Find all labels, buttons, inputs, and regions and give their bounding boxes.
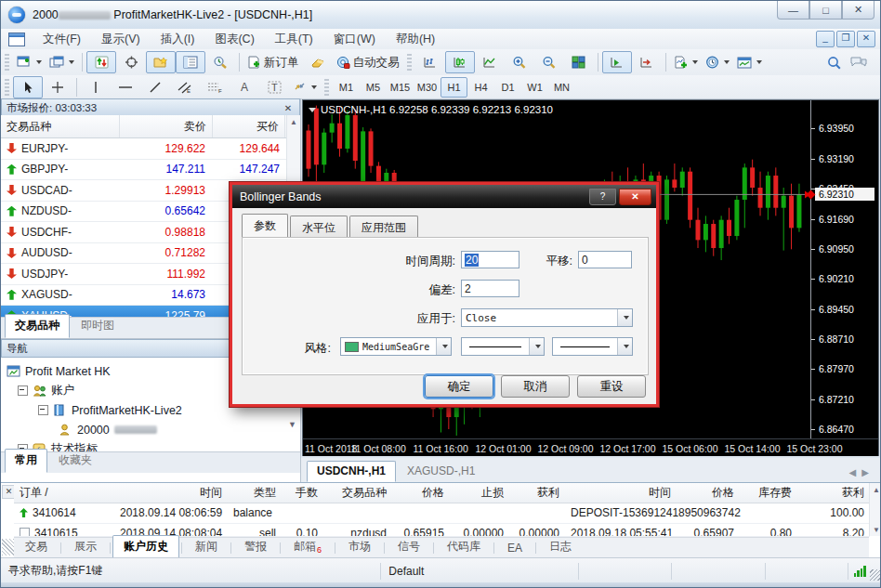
price-axis[interactable]: 6.939506.931906.924506.916906.909506.902… (810, 100, 879, 438)
zoom-out-button[interactable] (534, 51, 564, 73)
dropdown-arrow-icon[interactable] (436, 338, 451, 355)
history-row-balance[interactable]: 3410614 2018.09.14 08:06:59 balance DEPO… (14, 503, 870, 524)
col-close-price[interactable]: 价格 (677, 485, 740, 501)
templates-button[interactable] (733, 51, 766, 73)
profiles-dropdown[interactable] (69, 60, 74, 64)
tab-alerts[interactable]: 警报 (233, 535, 278, 559)
close-button[interactable]: ✕ (842, 1, 874, 20)
timeframe-mn[interactable]: MN (548, 77, 575, 98)
menu-charts[interactable]: 图表(C) (204, 30, 264, 49)
resize-grip[interactable] (870, 569, 880, 581)
dropdown-arrow-icon[interactable] (617, 309, 632, 326)
tab-experts[interactable]: EA (496, 538, 533, 559)
new-chart-dropdown[interactable] (36, 60, 42, 64)
timeframe-m30[interactable]: M30 (414, 77, 440, 98)
toolbar-grip[interactable] (407, 54, 412, 71)
autotrading-button[interactable]: 自动交易 (333, 51, 403, 73)
dialog-help-button[interactable]: ? (589, 189, 616, 205)
toolbar-grip[interactable] (5, 79, 9, 96)
mdi-restore-button[interactable]: ❐ (836, 31, 855, 47)
terminal-toggle-button[interactable] (176, 51, 205, 73)
maximize-button[interactable]: □ (809, 1, 842, 20)
tree-item-account-number[interactable]: 20000 (7, 420, 300, 439)
deviation-input[interactable]: 2 (461, 280, 519, 297)
toolbar-grip[interactable] (5, 54, 9, 71)
status-profile[interactable]: Default (381, 563, 578, 580)
tab-trade[interactable]: 交易 (14, 535, 59, 559)
cancel-button[interactable]: 取消 (501, 375, 570, 398)
menu-window[interactable]: 窗口(W) (323, 30, 386, 49)
text-label-button[interactable]: T (259, 76, 289, 98)
scroll-down-icon[interactable]: ▼ (870, 523, 881, 536)
line-chart-button[interactable] (475, 51, 505, 73)
dialog-close-button[interactable]: ✕ (619, 189, 651, 205)
periods-button[interactable] (702, 51, 733, 73)
chart-tab-scroll-arrows[interactable]: ◀▶ (849, 467, 881, 477)
col-type[interactable]: 类型 (228, 485, 282, 501)
indicators-button[interactable] (670, 51, 702, 73)
tab-common[interactable]: 常用 (5, 449, 47, 473)
auto-scroll-button[interactable] (602, 51, 632, 73)
col-order[interactable]: 订单 / (14, 485, 114, 501)
channel-button[interactable]: E (170, 76, 200, 98)
chart-tab-usdcnh[interactable]: USDCNH-,H1 (307, 461, 396, 482)
minimize-button[interactable]: — (777, 1, 809, 20)
periods-dropdown[interactable] (724, 60, 730, 64)
data-window-button[interactable] (116, 51, 146, 73)
tab-journal[interactable]: 日志 (538, 535, 583, 559)
new-order-button[interactable]: 新订单 (243, 51, 303, 73)
scroll-up-icon[interactable]: ▲ (287, 115, 300, 128)
market-row-eurjpy[interactable]: EURJPY- 129.622 129.644 (1, 138, 300, 160)
arrows-dropdown[interactable] (311, 85, 317, 89)
timeframe-d1[interactable]: D1 (494, 77, 521, 98)
dropdown-arrow-icon[interactable] (529, 338, 544, 355)
column-symbol[interactable]: 交易品种 (1, 115, 120, 137)
market-watch-toggle-button[interactable] (86, 51, 116, 73)
arrows-button[interactable] (289, 76, 321, 98)
horizontal-line-button[interactable] (111, 76, 140, 98)
column-buy[interactable]: 买价 (213, 115, 285, 137)
navigator-scroll-down-icon[interactable]: ▼ (288, 420, 296, 429)
strategy-tester-button[interactable] (205, 51, 235, 73)
fibonacci-button[interactable]: F (200, 76, 230, 98)
navigator-toggle-button[interactable] (146, 51, 176, 73)
mdi-close-button[interactable]: ✕ (857, 31, 875, 47)
metaeditor-button[interactable] (303, 51, 333, 73)
new-chart-button[interactable] (13, 51, 46, 73)
tab-account-history[interactable]: 账户历史 (112, 535, 179, 559)
tab-signals[interactable]: 信号 (387, 535, 431, 559)
terminal-grip[interactable] (2, 539, 14, 555)
crosshair-button[interactable] (43, 76, 72, 98)
style-line-width-dropdown[interactable] (552, 337, 633, 356)
profiles-button[interactable] (46, 51, 78, 73)
indicators-dropdown[interactable] (692, 60, 698, 64)
col-profit[interactable]: 获利 (797, 485, 870, 501)
col-price[interactable]: 价格 (392, 485, 450, 501)
tab-tick-chart[interactable]: 即时图 (71, 314, 125, 338)
dialog-titlebar[interactable]: Bollinger Bands ? ✕ (232, 185, 656, 208)
timeframe-h1[interactable]: H1 (440, 77, 467, 98)
chevron-down-icon[interactable] (309, 108, 316, 112)
tab-favorites[interactable]: 收藏夹 (48, 449, 102, 473)
scroll-up-icon[interactable]: ▲ (870, 483, 881, 496)
timeframe-m15[interactable]: M15 (387, 77, 414, 98)
column-sell[interactable]: 卖价 (120, 115, 213, 137)
zoom-in-button[interactable] (505, 51, 534, 73)
col-tp[interactable]: 获利 (509, 485, 565, 501)
menu-insert[interactable]: 插入(I) (151, 30, 205, 49)
col-symbol[interactable]: 交易品种 (323, 485, 392, 501)
search-icon[interactable] (827, 56, 841, 70)
tab-market[interactable]: 市场 (337, 535, 382, 559)
tab-code-base[interactable]: 代码库 (436, 535, 492, 559)
tab-mailbox[interactable]: 邮箱6 (283, 535, 333, 559)
ok-button[interactable]: 确定 (425, 375, 493, 398)
timeframe-m5[interactable]: M5 (360, 77, 387, 98)
col-time[interactable]: 时间 (114, 485, 228, 501)
menu-view[interactable]: 显示(V) (91, 30, 151, 49)
bar-chart-button[interactable] (415, 51, 445, 73)
timeframe-h4[interactable]: H4 (467, 77, 494, 98)
style-line-type-dropdown[interactable] (461, 337, 545, 356)
templates-dropdown[interactable] (756, 60, 762, 64)
timeframe-m1[interactable]: M1 (333, 77, 360, 98)
vertical-line-button[interactable] (81, 76, 111, 98)
